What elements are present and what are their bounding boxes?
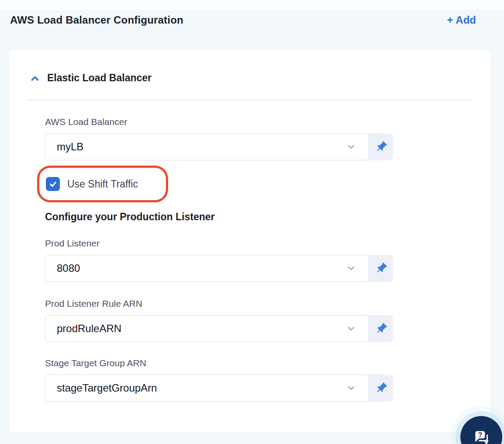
checkbox-checked[interactable]: [46, 177, 60, 191]
chevron-down-icon: [345, 141, 357, 153]
select-group: 8080: [45, 255, 393, 282]
pushpin-icon: [375, 140, 388, 153]
svg-text:?: ?: [478, 431, 483, 439]
select-value: myLB: [57, 141, 83, 153]
field-prod-listener: Prod Listener 8080: [45, 238, 393, 282]
pushpin-icon: [375, 262, 388, 275]
page-header: AWS Load Balancer Configuration + Add: [10, 14, 476, 26]
pin-button[interactable]: [369, 255, 393, 282]
checkbox-label: Use Shift Traffic: [67, 178, 138, 190]
chevron-up-icon: [30, 73, 40, 83]
field-stage-target-group-arn: Stage Target Group ARN stageTargetGroupA…: [45, 358, 393, 402]
add-button[interactable]: + Add: [447, 14, 476, 26]
select-group: myLB: [45, 133, 393, 160]
select-group: prodRuleARN: [45, 315, 393, 342]
aws-load-balancer-select[interactable]: myLB: [45, 133, 369, 160]
form-fields: AWS Load Balancer myLB: [45, 117, 393, 402]
prod-listener-select[interactable]: 8080: [45, 255, 369, 282]
pushpin-icon: [375, 382, 388, 395]
chevron-down-icon: [345, 323, 357, 335]
field-aws-load-balancer: AWS Load Balancer myLB: [45, 117, 393, 160]
section-title: Elastic Load Balancer: [47, 72, 152, 84]
divider: [28, 100, 473, 100]
stage-target-group-arn-select[interactable]: stageTargetGroupArn: [45, 375, 369, 402]
pin-button[interactable]: [369, 315, 393, 342]
field-label: AWS Load Balancer: [45, 117, 393, 127]
pin-button[interactable]: [369, 375, 393, 402]
use-shift-traffic-checkbox[interactable]: Use Shift Traffic: [46, 177, 138, 191]
chat-question-icon: ?: [471, 427, 491, 444]
production-listener-heading: Configure your Production Listener: [45, 211, 393, 222]
chevron-down-icon: [345, 382, 357, 394]
top-strip: [0, 0, 504, 10]
section-header-elastic-load-balancer[interactable]: Elastic Load Balancer: [30, 72, 473, 84]
field-prod-listener-rule-arn: Prod Listener Rule ARN prodRuleARN: [45, 298, 393, 342]
annotation-highlight: Use Shift Traffic: [37, 166, 168, 202]
field-label: Prod Listener: [45, 238, 393, 249]
prod-listener-rule-arn-select[interactable]: prodRuleARN: [45, 315, 369, 342]
page-title: AWS Load Balancer Configuration: [10, 14, 183, 26]
chevron-down-icon: [345, 262, 357, 274]
select-value: stageTargetGroupArn: [57, 382, 157, 394]
select-value: 8080: [57, 262, 80, 274]
load-balancer-config-card: Elastic Load Balancer AWS Load Balancer …: [9, 50, 491, 433]
pushpin-icon: [375, 322, 388, 335]
select-group: stageTargetGroupArn: [45, 375, 393, 402]
field-label: Stage Target Group ARN: [45, 358, 393, 368]
field-label: Prod Listener Rule ARN: [45, 298, 393, 309]
select-value: prodRuleARN: [57, 323, 121, 335]
pin-button[interactable]: [369, 133, 393, 160]
checkmark-icon: [48, 180, 58, 189]
